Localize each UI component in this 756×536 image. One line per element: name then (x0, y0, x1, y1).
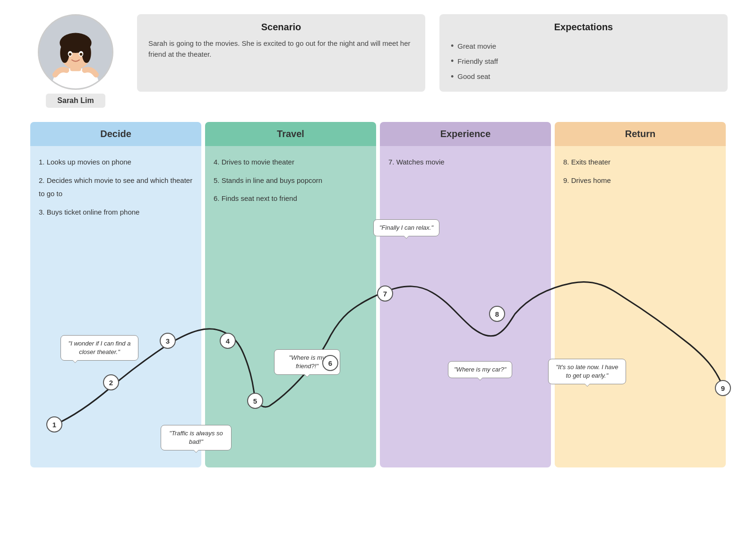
scenario-title: Scenario (148, 22, 414, 33)
bubble-late: "It's so late now. I have to get up earl… (548, 359, 626, 384)
journey-container: 1. Looks up movies on phone 2. Decides w… (28, 146, 728, 467)
panel-travel: 4. Drives to movie theater 5. Stands in … (205, 146, 376, 467)
phase-header-decide: Decide (30, 122, 201, 146)
point-8: 8 (489, 306, 505, 322)
avatar-container: Sarah Lim (28, 14, 123, 108)
return-steps: 8. Exits theater 9. Drives home (563, 156, 717, 187)
expectations-title: Expectations (451, 22, 716, 33)
point-7: 7 (377, 285, 393, 302)
step-7: 7. Watches movie (388, 156, 542, 169)
bubble-wonder: "I wonder if I can find a closer theater… (60, 335, 138, 361)
scenario-box: Scenario Sarah is going to the movies. S… (137, 14, 425, 92)
expectations-list: Great movie Friendly staff Good seat (451, 38, 716, 84)
point-2: 2 (103, 374, 119, 390)
svg-point-6 (82, 43, 91, 63)
svg-point-9 (69, 53, 72, 56)
step-9: 9. Drives home (563, 174, 717, 188)
info-boxes: Scenario Sarah is going to the movies. S… (137, 14, 728, 92)
expectation-item-1: Great movie (451, 38, 716, 53)
svg-point-5 (60, 43, 69, 63)
step-4: 4. Drives to movie theater (214, 156, 368, 169)
step-2: 2. Decides which movie to see and which … (39, 174, 193, 201)
travel-steps: 4. Drives to movie theater 5. Stands in … (214, 156, 368, 206)
phase-header-travel: Travel (205, 122, 376, 146)
step-6: 6. Finds seat next to friend (214, 192, 368, 206)
point-1: 1 (46, 416, 62, 432)
step-5: 5. Stands in line and buys popcorn (214, 174, 368, 188)
panel-experience: 7. Watches movie (380, 146, 551, 467)
point-6: 6 (322, 355, 338, 371)
bubble-car: "Where is my car?" (448, 361, 512, 378)
persona-name: Sarah Lim (46, 94, 105, 108)
point-5: 5 (247, 393, 263, 409)
phase-header-experience: Experience (380, 122, 551, 146)
step-8: 8. Exits theater (563, 156, 717, 169)
top-section: Sarah Lim Scenario Sarah is going to the… (28, 14, 728, 108)
avatar (38, 14, 113, 90)
point-9: 9 (715, 380, 731, 396)
bubble-traffic: "Traffic is always so bad!" (161, 425, 232, 450)
expectation-item-3: Good seat (451, 69, 716, 84)
point-4: 4 (220, 333, 236, 349)
experience-steps: 7. Watches movie (388, 156, 542, 169)
scenario-description: Sarah is going to the movies. She is exc… (148, 38, 414, 60)
point-3: 3 (160, 333, 176, 349)
step-3: 3. Buys ticket online from phone (39, 206, 193, 219)
main-container: Sarah Lim Scenario Sarah is going to the… (0, 0, 756, 536)
svg-point-10 (80, 53, 83, 56)
expectation-item-2: Friendly staff (451, 53, 716, 69)
expectations-box: Expectations Great movie Friendly staff … (439, 14, 728, 92)
step-1: 1. Looks up movies on phone (39, 156, 193, 169)
phase-header-return: Return (555, 122, 726, 146)
bubble-relax: "Finally I can relax." (373, 219, 439, 236)
phases-row: Decide Travel Experience Return (28, 122, 728, 146)
panel-return: 8. Exits theater 9. Drives home (555, 146, 726, 467)
decide-steps: 1. Looks up movies on phone 2. Decides w… (39, 156, 193, 219)
